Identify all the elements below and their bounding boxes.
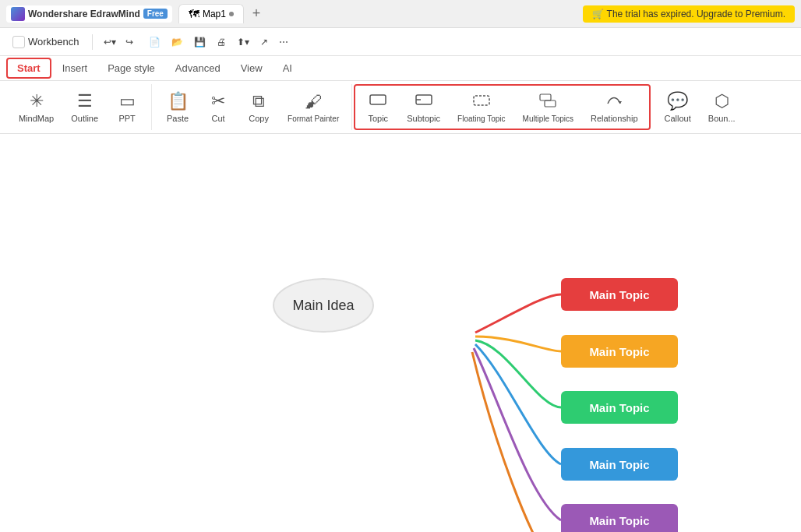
topic-group: Topic Subtopic Floating Topic Multiple T… [354,84,650,130]
topic-icon [369,91,387,111]
callout-icon: 💬 [667,91,688,111]
edit-group: 📋 Paste ✂ Cut ⧉ Copy 🖌 Format Painter [153,84,352,130]
outline-label: Outline [71,114,98,123]
copy-label: Copy [249,114,269,123]
svg-rect-0 [370,95,386,104]
print-button[interactable]: 🖨 [212,34,231,50]
redo-button[interactable]: ↪ [121,34,138,50]
toolbar: ✳ MindMap ☰ Outline ▭ PPT 📋 Paste ✂ Cut … [0,81,801,134]
format-painter-label: Format Painter [288,115,339,123]
workbench-label: Workbench [28,36,79,48]
more-button[interactable]: ⋯ [274,34,293,50]
mindmap-label: MindMap [19,114,54,123]
map-tab[interactable]: 🗺 Map1 [178,4,244,23]
paste-button[interactable]: 📋 Paste [158,85,197,130]
topic-label: Topic [368,114,388,123]
workbench-icon [12,36,25,48]
tab-insert[interactable]: Insert [53,59,97,77]
copy-icon: ⧉ [252,91,265,111]
outline-button[interactable]: ☰ Outline [63,85,106,130]
undo-redo-group: ↩▾ ↪ [99,34,138,50]
save-button[interactable]: 💾 [189,34,210,50]
cut-label: Cut [212,114,225,123]
tab-ai[interactable]: AI [273,59,302,77]
tab-bar: 🗺 Map1 + [178,4,577,23]
main-idea-label: Main Idea [292,298,354,314]
mindmap-container: Main Idea Main Topic Main Topic Main Top… [0,134,801,532]
new-file-button[interactable]: 📄 [144,34,165,50]
map-tab-icon: 🗺 [189,8,199,20]
ppt-icon: ▭ [119,91,136,111]
svg-rect-3 [474,96,489,105]
view-group: ✳ MindMap ☰ Outline ▭ PPT [6,84,152,130]
app-logo: Wondershare EdrawMind Free [6,5,172,23]
callout-button[interactable]: 💬 Callout [657,85,699,130]
relationship-icon [605,91,623,111]
callout-label: Callout [665,114,691,123]
floating-topic-label: Floating Topic [457,115,506,123]
tab-unsaved-dot [229,12,234,16]
boundary-icon: ⬡ [715,91,729,111]
format-painter-icon: 🖌 [305,92,322,112]
boundary-label: Boun... [708,114,736,123]
paste-label: Paste [167,114,189,123]
mindmap-button[interactable]: ✳ MindMap [11,85,62,130]
ppt-label: PPT [118,114,135,123]
topic-1-label: Main Topic [589,288,649,301]
main-idea-node[interactable]: Main Idea [273,278,374,333]
topic-node-1[interactable]: Main Topic [561,278,678,311]
format-painter-button[interactable]: 🖌 Format Painter [280,85,347,130]
trial-banner[interactable]: 🛒 The trial has expired. Upgrade to Prem… [583,5,795,23]
canvas[interactable]: Main Idea Main Topic Main Topic Main Top… [0,134,801,532]
tab-page-style[interactable]: Page style [98,59,164,77]
floating-topic-button[interactable]: Floating Topic [450,85,513,130]
topic-3-label: Main Topic [589,401,649,414]
app-name: Wondershare EdrawMind [28,9,140,19]
mindmap-svg [0,134,801,532]
subtopic-button[interactable]: Subtopic [399,85,448,130]
copy-button[interactable]: ⧉ Copy [239,85,278,130]
tab-advanced[interactable]: Advanced [166,59,230,77]
topic-4-label: Main Topic [589,458,649,471]
workbench-button[interactable]: Workbench [6,33,86,51]
map-tab-label: Map1 [203,9,226,19]
title-bar: Wondershare EdrawMind Free 🗺 Map1 + 🛒 Th… [0,0,801,28]
topic-5-label: Main Topic [589,514,649,527]
menu-bar: Workbench ↩▾ ↪ 📄 📂 💾 🖨 ⬆▾ ↗ ⋯ [0,28,801,56]
subtopic-icon [415,91,433,111]
open-file-button[interactable]: 📂 [167,34,188,50]
tab-view[interactable]: View [231,59,272,77]
relationship-button[interactable]: Relationship [583,85,646,130]
ppt-button[interactable]: ▭ PPT [108,85,146,130]
multiple-topics-button[interactable]: Multiple Topics [515,85,581,130]
paste-icon: 📋 [168,91,189,111]
multiple-topics-icon [538,92,557,112]
share-button[interactable]: ↗ [256,34,273,50]
topic-2-label: Main Topic [589,345,649,358]
multiple-topics-label: Multiple Topics [523,115,573,123]
relationship-label: Relationship [591,114,638,123]
mindmap-icon: ✳ [30,91,44,111]
topic-node-2[interactable]: Main Topic [561,335,678,368]
tab-start[interactable]: Start [6,58,51,79]
svg-rect-4 [540,94,551,100]
export-button[interactable]: ⬆▾ [232,34,254,50]
file-actions-group: 📄 📂 💾 🖨 ⬆▾ ↗ ⋯ [144,34,293,50]
boundary-button[interactable]: ⬡ Boun... [700,85,743,130]
floating-topic-icon [472,92,491,112]
outline-icon: ☰ [77,91,93,111]
extra-group: 💬 Callout ⬡ Boun... [652,84,748,130]
topic-node-4[interactable]: Main Topic [561,448,678,481]
free-badge: Free [143,9,168,19]
separator-1 [92,34,93,50]
new-tab-button[interactable]: + [247,5,266,23]
cut-icon: ✂ [211,91,225,111]
subtopic-label: Subtopic [407,114,440,123]
undo-button[interactable]: ↩▾ [99,34,121,50]
topic-node-3[interactable]: Main Topic [561,391,678,424]
trial-text: 🛒 The trial has expired. Upgrade to Prem… [592,9,785,19]
topic-button[interactable]: Topic [358,85,397,130]
cut-button[interactable]: ✂ Cut [199,85,238,130]
ribbon-tabs: Start Insert Page style Advanced View AI [0,56,801,81]
topic-node-5[interactable]: Main Topic [561,504,678,532]
